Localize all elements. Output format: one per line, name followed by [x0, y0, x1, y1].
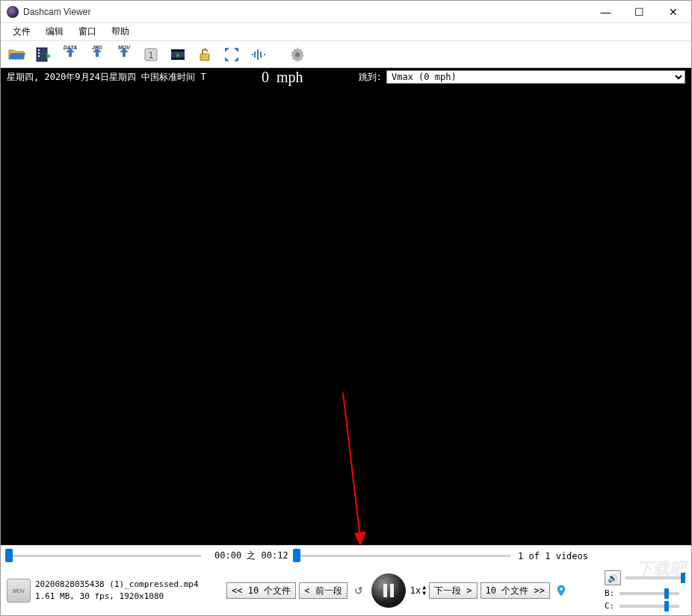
volume-slider[interactable]	[625, 576, 685, 579]
next-clip-button[interactable]: 下一段 >	[429, 582, 477, 599]
maximize-button[interactable]: ☐	[623, 1, 656, 22]
date-display: 星期四, 2020年9月24日星期四 中国标准时间 T	[7, 71, 206, 84]
audio-wave-icon[interactable]	[247, 44, 270, 65]
controls-row: MOV 20200828035438 (1)_compressed.mp4 1.…	[1, 566, 691, 615]
minimize-button[interactable]: —	[589, 1, 623, 22]
svg-rect-8	[171, 58, 185, 60]
film-export-icon[interactable]	[32, 44, 55, 65]
app-icon	[7, 6, 19, 18]
svg-rect-3	[38, 55, 40, 57]
speed-unit: mph	[277, 69, 303, 85]
svg-marker-12	[354, 532, 366, 546]
svg-rect-1	[38, 49, 40, 51]
play-pause-button[interactable]	[371, 573, 406, 608]
svg-rect-2	[38, 52, 40, 54]
file-info: MOV 20200828035438 (1)_compressed.mp4 1.…	[7, 579, 223, 603]
open-folder-icon[interactable]	[5, 44, 28, 65]
single-view-icon[interactable]: 1	[140, 44, 162, 65]
speed-value: 0	[262, 69, 269, 85]
file-meta: 1.61 MB, 30 fps, 1920x1080	[35, 591, 199, 603]
playback-speed: 1x ▲▼	[410, 585, 426, 597]
fullscreen-icon[interactable]	[220, 44, 243, 65]
video-count: 1 of 1 videos	[518, 551, 588, 561]
jump-select[interactable]: Vmax (0 mph)	[386, 70, 685, 84]
brightness-label: B:	[605, 588, 615, 598]
forward-10-files-button[interactable]: 10 个文件 >>	[481, 582, 550, 599]
volume-icon[interactable]: 🔊	[605, 570, 621, 585]
settings-gear-icon[interactable]	[286, 44, 309, 65]
time-display: 00:00 之 00:12	[214, 549, 288, 562]
contrast-label: C:	[605, 601, 615, 611]
data-label: DATA	[64, 45, 77, 50]
svg-line-11	[343, 392, 360, 538]
video-viewport	[1, 86, 691, 545]
menubar: 文件 编辑 窗口 帮助	[1, 23, 691, 41]
toolbar: DATA JPG MOV 1	[1, 41, 691, 68]
video-info-header: 星期四, 2020年9月24日星期四 中国标准时间 T 0 mph 跳到: Vm…	[1, 68, 691, 86]
file-name: 20200828035438 (1)_compressed.mp4	[35, 579, 199, 591]
speed-value-label: 1x	[410, 585, 421, 596]
annotation-arrow	[339, 392, 384, 549]
window-titlebar: Dashcam Viewer — ☐ ✕	[1, 1, 691, 23]
clip-icon[interactable]	[167, 44, 189, 65]
file-type-icon: MOV	[7, 579, 31, 603]
prev-clip-button[interactable]: < 前一段	[299, 582, 347, 599]
menu-help[interactable]: 帮助	[104, 23, 137, 40]
jump-label: 跳到:	[359, 71, 382, 84]
back-10-files-button[interactable]: << 10 个文件	[226, 582, 296, 599]
jpg-label: JPG	[92, 45, 102, 50]
mov-label: MOV	[118, 45, 130, 50]
menu-edit[interactable]: 编辑	[38, 23, 71, 40]
brightness-slider[interactable]	[620, 592, 679, 595]
svg-rect-9	[200, 54, 209, 61]
svg-rect-7	[171, 49, 185, 52]
svg-text:1: 1	[149, 50, 154, 61]
unlock-icon[interactable]	[194, 44, 216, 65]
reload-icon[interactable]: ↺	[350, 582, 367, 599]
export-data-icon[interactable]: DATA	[59, 44, 81, 65]
speed-stepper[interactable]: ▲▼	[422, 585, 426, 597]
trim-slider[interactable]	[7, 549, 201, 564]
export-jpg-icon[interactable]: JPG	[86, 44, 108, 65]
close-button[interactable]: ✕	[656, 1, 690, 22]
window-title: Dashcam Viewer	[23, 7, 589, 17]
contrast-slider[interactable]	[620, 605, 679, 608]
speed-display: 0 mph	[206, 69, 359, 86]
svg-point-13	[560, 588, 563, 591]
progress-row: 00:00 之 00:12 1 of 1 videos	[1, 545, 691, 566]
right-panel: 🔊 B: C:	[605, 570, 685, 611]
menu-window[interactable]: 窗口	[71, 23, 104, 40]
menu-file[interactable]: 文件	[5, 23, 38, 40]
map-marker-icon[interactable]	[553, 582, 569, 599]
export-mov-icon[interactable]: MOV	[113, 44, 135, 65]
playback-slider[interactable]	[294, 549, 510, 564]
pause-icon	[383, 584, 394, 597]
